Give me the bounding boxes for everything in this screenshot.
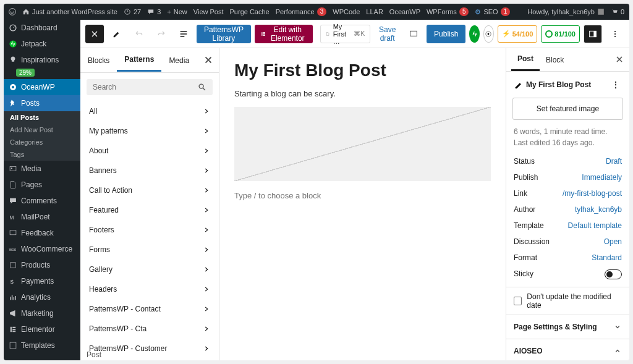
pattern-category-item[interactable]: About (80, 141, 219, 161)
paragraph-block[interactable]: Starting a blog can be scary. (234, 89, 491, 98)
settings-toggle-button[interactable] (584, 25, 602, 43)
close-inserter-button[interactable] (85, 25, 104, 43)
checkbox[interactable] (514, 297, 522, 305)
purge-cache[interactable]: Purge Cache (230, 8, 270, 15)
updates[interactable]: 27 (124, 8, 141, 15)
tools-button[interactable] (108, 25, 126, 43)
document-overview-button[interactable] (174, 25, 193, 43)
redo-button[interactable] (152, 25, 171, 43)
sidebar-elementor[interactable]: Elementor (4, 321, 80, 337)
jetpack-button[interactable] (469, 25, 480, 43)
patternswp-library-button[interactable]: PatternsWP Library (197, 25, 251, 43)
inserter-close-button[interactable] (203, 54, 214, 66)
sidebar-templates[interactable]: Templates (4, 337, 80, 353)
sidebar-jetpack[interactable]: Jetpack (4, 36, 80, 52)
wpcode[interactable]: WPCode (333, 8, 360, 15)
sidebar-tags[interactable]: Tags (4, 148, 80, 161)
sidebar-feedback[interactable]: Feedback (4, 225, 80, 241)
summary-value[interactable]: Immediately (582, 173, 622, 182)
svg-rect-13 (11, 327, 12, 332)
comments-count[interactable]: 3 (147, 8, 161, 15)
sidebar-mailpoet[interactable]: MMailPoet (4, 209, 80, 225)
settings-sidebar: Post Block My First Blog Post ⋮ Set feat… (506, 48, 629, 360)
post-title[interactable]: My First Blog Post (234, 61, 491, 80)
tab-blocks[interactable]: Blocks (80, 50, 117, 71)
tab-patterns[interactable]: Patterns (117, 49, 161, 72)
svg-point-28 (614, 33, 616, 35)
svg-rect-19 (263, 32, 265, 33)
svg-point-27 (614, 31, 616, 32)
pattern-category-item[interactable]: Gallery (80, 260, 219, 279)
preview-button[interactable] (404, 25, 423, 43)
pattern-category-item[interactable]: PatternsWP - Cta (80, 319, 219, 339)
oceanwp-ab[interactable]: OceanWP (389, 8, 420, 15)
wpforms[interactable]: WPForms 5 (427, 7, 469, 16)
howdy[interactable]: Howdy, tylhak_kcn6yb (527, 8, 605, 15)
panel-aioseo[interactable]: AIOSEO (506, 339, 629, 360)
new-content[interactable]: + New (167, 8, 187, 15)
pattern-category-item[interactable]: Forms (80, 240, 219, 260)
sidebar-media[interactable]: Media (4, 161, 80, 177)
sidebar-inspirations[interactable]: Inspirations (4, 52, 80, 68)
block-appender[interactable]: Type / to choose a block (234, 191, 491, 200)
sidebar-analytics[interactable]: Analytics (4, 289, 80, 305)
summary-value[interactable]: Open (604, 237, 622, 246)
inserter-search[interactable] (87, 79, 213, 95)
cart[interactable]: 0 (611, 8, 624, 15)
sidebar-marketing[interactable]: Marketing (4, 305, 80, 321)
set-featured-image-button[interactable]: Set featured image (512, 98, 623, 120)
options-button[interactable] (606, 25, 624, 43)
sidebar-comments[interactable]: Comments (4, 193, 80, 209)
wp-logo[interactable] (9, 8, 16, 15)
summary-value[interactable]: /my-first-blog-post (563, 189, 622, 198)
sidebar-products[interactable]: Products (4, 257, 80, 273)
post-actions-button[interactable]: ⋮ (610, 78, 622, 91)
performance[interactable]: Performance 3 (276, 7, 327, 16)
publish-button[interactable]: Publish (427, 25, 465, 43)
dont-update-date-row[interactable]: Don't update the modified date (506, 287, 629, 315)
sidebar-woocommerce[interactable]: wooWooCommerce (4, 241, 80, 257)
sidebar-pages[interactable]: Pages (4, 177, 80, 193)
sidebar-categories[interactable]: Categories (4, 136, 80, 148)
save-draft-button[interactable]: Save draft (374, 25, 401, 43)
view-post[interactable]: View Post (193, 8, 224, 15)
pattern-category-item[interactable]: Headers (80, 279, 219, 299)
sidebar-oceanwp[interactable]: OceanWP (4, 79, 80, 95)
pattern-category-item[interactable]: PatternsWP - Contact (80, 299, 219, 319)
pattern-category-item[interactable]: Footers (80, 220, 219, 240)
edit-with-elementor-button[interactable]: Edit with Elementor (255, 25, 313, 43)
summary-value[interactable]: Default template (568, 221, 622, 230)
seo[interactable]: ⚙ SEO 1 (475, 7, 510, 16)
image-placeholder-block[interactable] (234, 107, 491, 181)
seo-score-1[interactable]: ⚡54/100 (498, 25, 538, 43)
site-home[interactable]: Just another WordPress site (22, 8, 117, 15)
sidebar-allposts[interactable]: All Posts (4, 111, 80, 124)
panel-page-settings[interactable]: Page Settings & Styling (506, 315, 629, 339)
editor-canvas[interactable]: My First Blog Post Starting a blog can b… (219, 48, 506, 360)
sidebar-payments[interactable]: $Payments (4, 273, 80, 289)
pattern-category-item[interactable]: Featured (80, 200, 219, 220)
summary-value[interactable]: Standard (592, 253, 622, 262)
pattern-category-item[interactable]: Banners (80, 161, 219, 180)
undo-button[interactable] (130, 25, 148, 43)
seo-score-2[interactable]: 81/100 (541, 25, 580, 43)
sidebar-addnew[interactable]: Add New Post (4, 124, 80, 136)
sidebar-posts[interactable]: Posts (4, 95, 80, 111)
tab-block[interactable]: Block (540, 49, 570, 70)
sticky-toggle[interactable] (605, 269, 622, 279)
llar[interactable]: LLAR (366, 8, 383, 15)
post-title-summary[interactable]: My First …⌘K (320, 25, 371, 43)
summary-row: PublishImmediately (506, 169, 629, 185)
tab-media[interactable]: Media (161, 50, 197, 71)
tab-post[interactable]: Post (511, 48, 540, 71)
summary-value[interactable]: tylhak_kcn6yb (575, 205, 622, 214)
close-icon (203, 54, 214, 66)
summary-value[interactable]: Draft (606, 157, 622, 166)
pattern-category-item[interactable]: My patterns (80, 121, 219, 141)
pattern-category-item[interactable]: Call to Action (80, 180, 219, 200)
aioseo-round-button[interactable] (483, 25, 494, 43)
pattern-category-item[interactable]: All (80, 101, 219, 121)
sidebar-dashboard[interactable]: Dashboard (4, 20, 80, 36)
search-input[interactable] (93, 83, 198, 91)
settings-close-button[interactable] (614, 54, 624, 66)
